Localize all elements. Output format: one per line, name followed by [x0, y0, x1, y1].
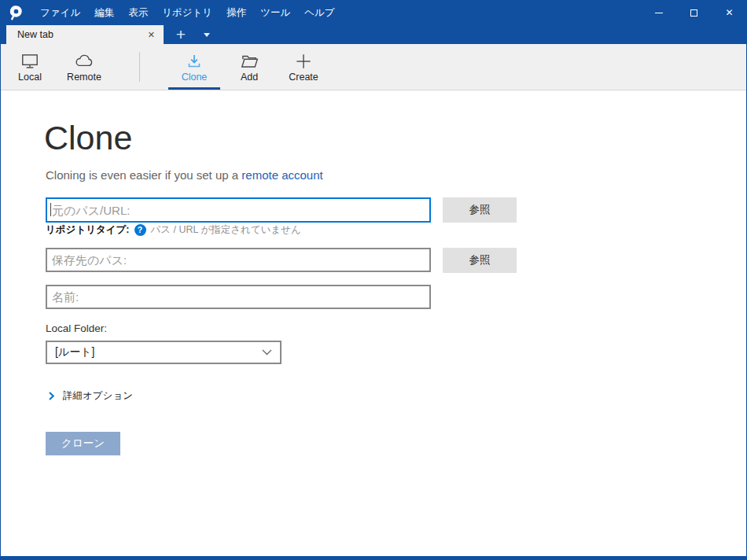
remote-account-link[interactable]: remote account — [241, 168, 322, 182]
tab-bar: New tab ✕ + — [0, 25, 747, 44]
toolbar-clone-active-underline — [168, 87, 220, 90]
advanced-options-toggle[interactable]: 詳細オプション — [49, 389, 133, 403]
clone-page: Clone Cloning is even easier if you set … — [1, 90, 746, 556]
local-folder-label: Local Folder: — [46, 322, 107, 334]
caret-down-icon — [204, 33, 210, 37]
text-caret — [50, 203, 51, 216]
menubar: ファイル 編集 表示 リポジトリ 操作 ツール ヘルプ — [33, 0, 342, 25]
destination-path-input[interactable] — [46, 248, 431, 272]
tab-close-icon[interactable]: ✕ — [145, 29, 157, 41]
browse-destination-button[interactable]: 参照 — [443, 248, 517, 273]
close-button[interactable]: ✕ — [712, 0, 747, 25]
folder-open-icon — [239, 50, 259, 72]
minimize-icon — [655, 13, 663, 13]
monitor-icon — [20, 50, 40, 72]
toolbar-separator — [139, 52, 140, 82]
advanced-options-label: 詳細オプション — [63, 389, 133, 403]
tab-title: New tab — [17, 29, 53, 40]
titlebar: ファイル 編集 表示 リポジトリ 操作 ツール ヘルプ ✕ — [0, 0, 747, 25]
new-tab-button[interactable]: + — [170, 25, 192, 44]
toolbar-add-button[interactable]: Add — [226, 44, 273, 90]
help-icon[interactable]: ? — [134, 224, 146, 236]
maximize-button[interactable] — [676, 0, 712, 25]
download-icon — [184, 50, 204, 72]
tab-new-tab[interactable]: New tab ✕ — [6, 25, 164, 44]
plus-icon: + — [176, 26, 186, 42]
page-subtitle: Cloning is even easier if you set up a r… — [46, 168, 323, 182]
repo-type-row: リポジトリタイプ: ? パス / URL が指定されていません — [46, 223, 301, 236]
chevron-right-icon — [49, 392, 54, 400]
local-folder-select[interactable]: [ルート] — [46, 341, 282, 364]
toolbar-add-label: Add — [241, 72, 258, 83]
close-icon: ✕ — [725, 8, 733, 17]
window-controls: ✕ — [641, 0, 747, 25]
menu-tools[interactable]: ツール — [253, 0, 297, 25]
menu-actions[interactable]: 操作 — [219, 0, 253, 25]
name-input[interactable] — [46, 285, 431, 309]
maximize-icon — [690, 9, 697, 17]
cloud-icon — [74, 50, 94, 72]
minimize-button[interactable] — [641, 0, 676, 25]
browse-source-button[interactable]: 参照 — [443, 197, 517, 223]
toolbar-clone-button[interactable]: Clone — [168, 44, 220, 90]
plus-icon — [293, 50, 314, 72]
tab-list-dropdown-button[interactable] — [197, 25, 217, 44]
menu-view[interactable]: 表示 — [121, 0, 155, 25]
menu-file[interactable]: ファイル — [33, 0, 87, 25]
chevron-down-icon — [262, 349, 272, 356]
repo-type-status: パス / URL が指定されていません — [151, 223, 301, 237]
toolbar-remote-button[interactable]: Remote — [61, 44, 108, 90]
toolbar-create-button[interactable]: Create — [278, 44, 329, 90]
toolbar-remote-label: Remote — [67, 72, 101, 83]
page-title: Clone — [44, 117, 132, 158]
toolbar-create-label: Create — [289, 72, 318, 83]
toolbar-local-button[interactable]: Local — [7, 44, 53, 90]
clone-button[interactable]: クローン — [46, 432, 120, 455]
menu-help[interactable]: ヘルプ — [297, 0, 341, 25]
local-folder-value: [ルート] — [55, 345, 94, 359]
app-window: ファイル 編集 表示 リポジトリ 操作 ツール ヘルプ ✕ New tab ✕ … — [0, 0, 747, 560]
toolbar: Local Remote Clone — [1, 44, 746, 90]
menu-edit[interactable]: 編集 — [87, 0, 121, 25]
toolbar-clone-label: Clone — [182, 72, 208, 83]
repo-type-label: リポジトリタイプ: — [46, 223, 130, 237]
menu-repository[interactable]: リポジトリ — [155, 0, 219, 25]
sourcetree-logo-icon — [9, 5, 24, 21]
source-path-input[interactable] — [46, 197, 431, 223]
subtitle-text: Cloning is even easier if you set up a — [46, 168, 238, 182]
toolbar-local-label: Local — [18, 72, 42, 83]
